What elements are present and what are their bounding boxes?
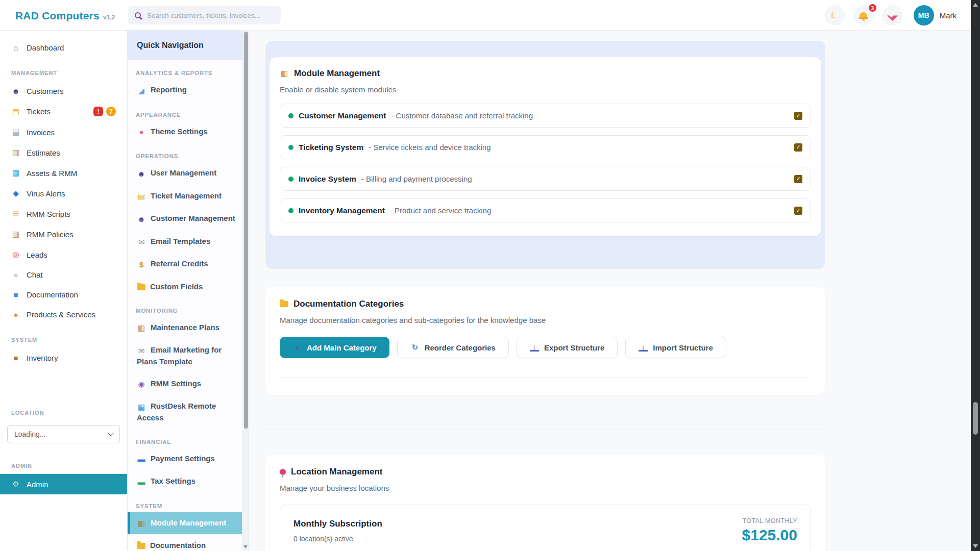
quicknav-item-reporting[interactable]: ◢Reporting — [128, 79, 242, 102]
bell-icon — [860, 12, 867, 19]
loc-card-title-row: Location Management — [280, 467, 811, 477]
quicknav-item-maintenance-plans[interactable]: ▥Maintenance Plans — [128, 316, 242, 339]
total-monthly-label: TOTAL MONTHLY — [742, 517, 797, 524]
page-scrollbar[interactable] — [971, 0, 980, 551]
sidebar-item-products-services[interactable]: ●Products & Services — [0, 305, 127, 324]
module-enabled-checkbox[interactable]: ✓ — [794, 207, 802, 215]
sidebar-item-label: Virus Alerts — [27, 189, 65, 198]
quicknav-item-email-marketing-for-plans-template[interactable]: ✉Email Marketing for Plans Template — [128, 339, 242, 372]
quicknav-item-label: Email Templates — [151, 237, 210, 245]
quicknav-item-referral-credits[interactable]: $Referral Credits — [128, 253, 242, 276]
module-management-card: ▥ Module Management Enable or disable sy… — [270, 57, 821, 236]
subscription-left: Monthly Subscription 0 location(s) activ… — [293, 519, 382, 543]
module-card-subtitle: Enable or disable system modules — [280, 85, 811, 94]
reorder-icon: ↻ — [410, 343, 420, 352]
quicknav-section-analytics-reports: ANALYTICS & REPORTS — [128, 60, 242, 79]
sidebar-item-leads[interactable]: ◎Leads — [0, 244, 127, 265]
users-icon: ☻ — [11, 87, 20, 95]
sidebar-item-estimates[interactable]: ▥Estimates — [0, 142, 127, 163]
scroll-down-icon[interactable] — [973, 544, 978, 548]
sidebar-item-chat[interactable]: ●Chat — [0, 265, 127, 285]
avatar[interactable]: MB — [914, 5, 934, 26]
sidebar-item-label: Assets & RMM — [27, 169, 77, 178]
sidebar-item-documentation[interactable]: ■Documentation — [0, 285, 127, 305]
quicknav-item-ticket-management[interactable]: ▤Ticket Management — [128, 185, 242, 208]
module-enabled-checkbox[interactable]: ✓ — [794, 112, 802, 120]
export-structure-button[interactable]: ↓Export Structure — [517, 337, 618, 358]
module-description: - Product and service tracking — [390, 206, 491, 215]
quicknav-item-email-templates[interactable]: ✉Email Templates — [128, 230, 242, 253]
sidebar-item-virus-alerts[interactable]: ◆Virus Alerts — [0, 183, 127, 204]
quicknav-item-documentation-categories[interactable]: Documentation Categories — [128, 534, 242, 551]
person-icon: ☻ — [137, 214, 146, 224]
quicknav-item-theme-settings[interactable]: ●Theme Settings — [128, 120, 242, 143]
launch-button[interactable] — [883, 5, 903, 26]
sidebar-item-invoices[interactable]: ▤Invoices — [0, 122, 127, 142]
quicknav-item-rmm-settings[interactable]: ◉RMM Settings — [128, 372, 242, 395]
module-name: Customer Management — [299, 111, 386, 120]
notifications-button[interactable]: 3 — [853, 5, 874, 26]
theme-toggle-button[interactable]: ☾ — [824, 5, 845, 26]
ticket-icon: ▤ — [11, 107, 20, 116]
quick-nav-scrollbar[interactable] — [242, 31, 248, 551]
tray-icon: ↓ — [530, 343, 539, 352]
sidebar-section-management: MANAGEMENT — [0, 58, 127, 81]
card-icon: ▬ — [137, 454, 146, 464]
quicknav-item-label: Custom Fields — [150, 282, 203, 291]
brand: RAD Computers v1.2 — [15, 0, 115, 31]
quicknav-item-rustdesk-remote-access[interactable]: ▦RustDesk Remote Access — [128, 395, 242, 429]
box-icon: ■ — [11, 354, 20, 362]
quicknav-item-payment-settings[interactable]: ▬Payment Settings — [128, 447, 242, 470]
module-enabled-checkbox[interactable]: ✓ — [794, 143, 802, 152]
sidebar-item-assets-rmm[interactable]: ▦Assets & RMM — [0, 163, 127, 183]
quicknav-item-tax-settings[interactable]: ▬Tax Settings — [128, 470, 242, 493]
sidebar-item-label: Dashboard — [27, 43, 64, 52]
module-enabled-checkbox[interactable]: ✓ — [794, 175, 802, 183]
sidebar-item-tickets[interactable]: ▤Tickets!7 — [0, 101, 127, 122]
quicknav-item-custom-fields[interactable]: Custom Fields — [128, 276, 242, 297]
quicknav-section-system: SYSTEM — [128, 493, 242, 512]
quicknav-item-label: RustDesk Remote Access — [137, 402, 216, 422]
quicknav-item-customer-management[interactable]: ☻Customer Management — [128, 207, 242, 230]
scroll-icon: ☰ — [11, 209, 20, 218]
sidebar-item-admin[interactable]: ⚙Admin — [0, 474, 127, 494]
sidebar-item-rmm-scripts[interactable]: ☰RMM Scripts — [0, 204, 127, 224]
sidebar-item-inventory[interactable]: ■Inventory — [0, 348, 127, 368]
quicknav-item-module-management[interactable]: ▥Module Management — [128, 512, 242, 535]
sidebar-item-label: Chat — [27, 270, 43, 279]
pin-icon — [280, 469, 286, 475]
location-select[interactable]: Loading... — [7, 425, 120, 443]
add-main-category-button[interactable]: +Add Main Category — [280, 337, 389, 358]
books-icon: ■ — [11, 290, 20, 299]
sidebar-item-dashboard[interactable]: ⌂Dashboard — [0, 38, 127, 58]
cash-icon: ▬ — [137, 477, 146, 487]
quicknav-item-label: Documentation Categories — [137, 541, 206, 551]
quick-navigation-title: Quick Navigation — [128, 31, 248, 60]
quicknav-item-label: Email Marketing for Plans Template — [137, 345, 222, 366]
page-scrollbar-thumb[interactable] — [973, 402, 978, 435]
global-search[interactable] — [128, 6, 281, 24]
tray-icon: ↓ — [639, 343, 648, 352]
sidebar-item-customers[interactable]: ☻Customers — [0, 81, 127, 101]
module-row-customer-management: Customer Management- Customer database a… — [280, 104, 811, 128]
status-dot-icon — [288, 113, 293, 118]
quicknav-item-label: Maintenance Plans — [151, 323, 219, 332]
module-description: - Customer database and referral trackin… — [391, 111, 533, 120]
main-content: ▥ Module Management Enable or disable sy… — [249, 31, 971, 551]
gear-icon: ⚙ — [11, 480, 20, 489]
button-label: Import Structure — [653, 343, 713, 352]
module-card-title: Module Management — [294, 68, 380, 79]
sidebar-item-label: Tickets — [27, 107, 51, 116]
reorder-categories-button[interactable]: ↻Reorder Categories — [397, 337, 509, 358]
quicknav-item-user-management[interactable]: ☻User Management — [128, 162, 242, 185]
quick-nav-scrollbar-thumb[interactable] — [244, 32, 248, 429]
import-structure-button[interactable]: ↓Import Structure — [625, 337, 726, 358]
scroll-down-icon[interactable] — [243, 545, 248, 548]
clipboard-icon: ▥ — [11, 230, 20, 239]
search-input[interactable] — [147, 12, 274, 19]
sidebar-item-label: Admin — [27, 480, 48, 489]
chart-icon: ◢ — [137, 85, 146, 96]
subscription-title: Monthly Subscription — [293, 519, 382, 529]
scroll-up-icon[interactable] — [973, 3, 978, 7]
sidebar-item-rmm-policies[interactable]: ▥RMM Policies — [0, 224, 127, 244]
